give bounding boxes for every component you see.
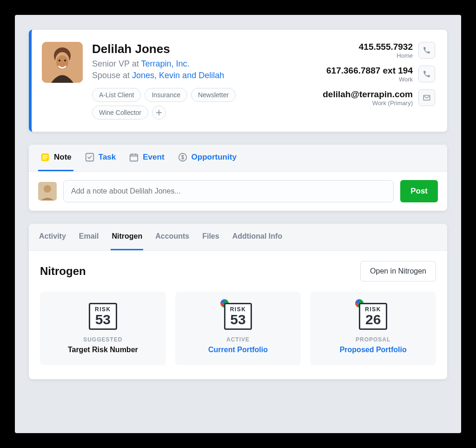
composer-card: Note Task Event Opportunity: [29, 145, 447, 211]
risk-card-proposal: RISK 26 PROPOSAL Proposed Portfolio: [310, 292, 436, 365]
details-card: Activity Email Nitrogen Accounts Files A…: [29, 224, 447, 379]
profile-role-household: Spouse at Jones, Kevin and Delilah: [92, 71, 264, 80]
tab-email[interactable]: Email: [78, 224, 100, 250]
contact-text: delilah@terrapin.com Work (Primary): [323, 89, 413, 107]
details-body: Nitrogen Open in Nitrogen RISK 53 SUGGES…: [29, 251, 447, 379]
app-frame: Delilah Jones Senior VP at Terrapin, Inc…: [15, 15, 461, 433]
contact-row: delilah@terrapin.com Work (Primary): [323, 89, 435, 107]
tab-accounts[interactable]: Accounts: [154, 224, 190, 250]
svg-point-4: [59, 60, 60, 61]
svg-point-5: [64, 60, 66, 61]
composer-body: Post: [29, 172, 447, 211]
add-tag-button[interactable]: [152, 106, 166, 120]
tab-note[interactable]: Note: [38, 145, 73, 171]
risk-number: 53: [95, 313, 111, 327]
tab-opportunity[interactable]: Opportunity: [176, 145, 238, 171]
section-title: Nitrogen: [40, 265, 86, 278]
current-portfolio-link[interactable]: Current Portfolio: [183, 346, 294, 354]
details-header: Nitrogen Open in Nitrogen: [40, 261, 436, 281]
tab-label: Event: [143, 153, 164, 162]
tab-files[interactable]: Files: [201, 224, 220, 250]
risk-badge-wrapper: RISK 53: [224, 303, 252, 330]
tab-additional-info[interactable]: Addtional Info: [231, 224, 284, 250]
phone-work-label: Work: [326, 76, 413, 83]
tab-event[interactable]: Event: [127, 145, 166, 171]
email-label: Work (Primary): [323, 100, 413, 107]
risk-badge-wrapper: RISK 26: [359, 303, 387, 330]
tag[interactable]: Newsletter: [191, 88, 236, 102]
email-value: delilah@terrapin.com: [323, 89, 413, 100]
composer-tabs: Note Task Event Opportunity: [29, 145, 447, 172]
tab-activity[interactable]: Activity: [38, 224, 67, 250]
svg-rect-8: [130, 154, 138, 161]
dollar-icon: [178, 152, 188, 162]
profile-role-company: Senior VP at Terrapin, Inc.: [92, 59, 264, 69]
tab-label: Task: [99, 153, 116, 162]
contact-row: 617.366.7887 ext 194 Work: [326, 66, 435, 83]
post-button[interactable]: Post: [400, 180, 438, 202]
risk-status: ACTIVE: [183, 336, 294, 343]
risk-badge: RISK 26: [359, 303, 387, 330]
risk-number: 26: [365, 313, 381, 327]
profile-left: Delilah Jones Senior VP at Terrapin, Inc…: [32, 42, 323, 120]
svg-point-11: [44, 185, 51, 193]
risk-card-suggested: RISK 53 SUGGESTED Target Risk Number: [40, 292, 166, 365]
risk-title: Target Risk Number: [47, 346, 159, 354]
phone-icon[interactable]: [418, 66, 435, 82]
role-prefix: Senior VP at: [92, 59, 141, 68]
task-icon: [85, 152, 95, 162]
risk-badge: RISK 53: [89, 303, 117, 330]
household-link[interactable]: Jones, Kevin and Delilah: [132, 71, 224, 80]
phone-home-value: 415.555.7932: [359, 42, 413, 52]
note-icon: [40, 152, 50, 162]
risk-badge: RISK 53: [224, 303, 252, 330]
phone-icon[interactable]: [418, 42, 435, 59]
risk-badge-wrapper: RISK 53: [89, 303, 117, 330]
tags-container: A-List Client Insurance Newsletter Wine …: [92, 88, 264, 120]
details-tabs: Activity Email Nitrogen Accounts Files A…: [29, 224, 447, 251]
avatar: [42, 42, 83, 83]
risk-grid: RISK 53 SUGGESTED Target Risk Number RIS…: [40, 292, 436, 365]
contact-list: 415.555.7932 Home 617.366.7887 ext 194 W…: [323, 42, 435, 120]
role-prefix: Spouse at: [92, 71, 132, 80]
company-link[interactable]: Terrapin, Inc.: [141, 59, 189, 68]
risk-status: PROPOSAL: [317, 336, 429, 343]
user-avatar: [38, 182, 57, 201]
risk-status: SUGGESTED: [47, 336, 159, 343]
risk-card-active: RISK 53 ACTIVE Current Portfolio: [175, 292, 301, 365]
tab-label: Opportunity: [192, 153, 237, 162]
profile-card: Delilah Jones Senior VP at Terrapin, Inc…: [29, 30, 447, 132]
svg-rect-7: [86, 154, 94, 161]
contact-row: 415.555.7932 Home: [359, 42, 435, 59]
tag[interactable]: Insurance: [145, 88, 187, 102]
risk-number: 53: [230, 313, 246, 327]
contact-text: 617.366.7887 ext 194 Work: [326, 66, 413, 83]
phone-work-value: 617.366.7887 ext 194: [326, 66, 413, 76]
profile-info: Delilah Jones Senior VP at Terrapin, Inc…: [92, 42, 264, 120]
open-in-nitrogen-button[interactable]: Open in Nitrogen: [360, 261, 436, 281]
tab-label: Note: [54, 153, 72, 162]
tag[interactable]: A-List Client: [92, 88, 141, 102]
phone-home-label: Home: [359, 52, 413, 59]
tag[interactable]: Wine Collector: [92, 106, 148, 120]
proposed-portfolio-link[interactable]: Proposed Portfolio: [317, 346, 429, 354]
profile-name: Delilah Jones: [92, 42, 264, 56]
contact-text: 415.555.7932 Home: [359, 42, 413, 59]
tab-nitrogen[interactable]: Nitrogen: [111, 224, 143, 250]
note-input[interactable]: [63, 180, 394, 202]
email-icon[interactable]: [418, 89, 435, 106]
calendar-icon: [129, 152, 139, 162]
tab-task[interactable]: Task: [83, 145, 118, 171]
